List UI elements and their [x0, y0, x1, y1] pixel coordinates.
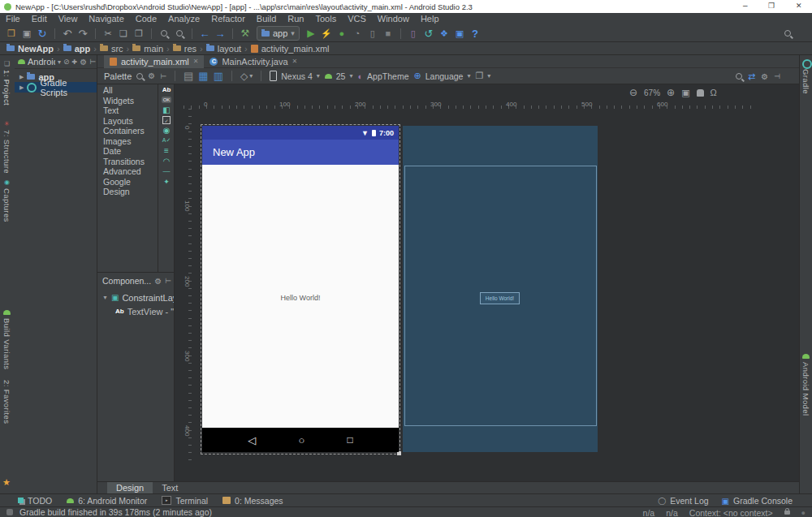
- status-message[interactable]: Gradle build finished in 39s 178ms (2 mi…: [19, 507, 212, 517]
- forward-icon[interactable]: →: [214, 26, 227, 41]
- tab-design-mode[interactable]: Design: [107, 482, 153, 494]
- blueprint-preview[interactable]: Hello World!: [403, 126, 598, 452]
- zoom-in-icon[interactable]: ⊕: [667, 87, 675, 98]
- device-selector[interactable]: Nexus 4 ▾: [270, 71, 320, 81]
- breadcrumb-item-main[interactable]: main: [132, 44, 163, 54]
- menu-vcs[interactable]: VCS: [342, 13, 372, 25]
- tool-button-structure[interactable]: 7: Structure: [2, 130, 11, 174]
- textview-widget-icon[interactable]: Ab: [158, 84, 175, 95]
- panel-settings-gear-icon[interactable]: ⚙: [80, 58, 87, 67]
- checkbox-widget-icon[interactable]: ✓: [158, 115, 175, 126]
- design-preview[interactable]: ▼ 7:00 New App Hello World! ◁ ○ □: [202, 126, 399, 452]
- tool-button-todo[interactable]: TODO: [18, 496, 52, 506]
- help-icon[interactable]: ?: [469, 26, 482, 41]
- menu-edit[interactable]: Edit: [26, 13, 53, 25]
- palette-search-icon[interactable]: [136, 71, 143, 81]
- progressbar-widget-icon[interactable]: ◠: [158, 156, 175, 166]
- expander-icon[interactable]: ▶: [19, 74, 24, 80]
- find-in-path-icon[interactable]: [173, 26, 186, 41]
- tool-button-gradle[interactable]: Gradle: [801, 69, 810, 94]
- lock-icon[interactable]: [784, 511, 790, 515]
- palette-category-layouts[interactable]: Layouts: [97, 116, 157, 127]
- design-mode-icon[interactable]: ▤: [184, 70, 193, 82]
- quickcontactbadge-widget-icon[interactable]: ✦: [158, 176, 175, 187]
- hide-editor-icon[interactable]: ⊣: [774, 72, 780, 80]
- menu-window[interactable]: Window: [372, 13, 415, 25]
- tab-mainactivity-java[interactable]: C MainActivity.java ✕: [204, 55, 303, 68]
- palette-settings-gear-icon[interactable]: ⚙: [148, 71, 155, 80]
- blueprint-mode-icon[interactable]: ▦: [198, 70, 208, 82]
- cut-icon[interactable]: ✂: [102, 26, 114, 41]
- undo-icon[interactable]: ↶: [61, 26, 74, 41]
- menu-navigate[interactable]: Navigate: [83, 13, 129, 25]
- both-mode-icon[interactable]: ▥: [214, 70, 223, 82]
- breadcrumb-item-newapp[interactable]: NewApp: [6, 44, 54, 54]
- spinner-widget-icon[interactable]: ≡: [158, 146, 175, 157]
- project-tree-item-gradle-scripts[interactable]: ▶ Gradle Scripts: [15, 82, 97, 93]
- switch-editor-icon[interactable]: ⇄: [748, 71, 755, 82]
- breadcrumb-item-app[interactable]: app: [63, 44, 91, 54]
- seekbar-widget-icon[interactable]: —: [158, 166, 175, 177]
- project-view-selector[interactable]: Android: [28, 57, 55, 67]
- tool-button-favorites[interactable]: 2: Favorites: [2, 380, 11, 424]
- menu-file[interactable]: File: [0, 13, 26, 25]
- favorites-star-icon[interactable]: ★: [2, 477, 11, 488]
- palette-category-design[interactable]: Design: [97, 187, 157, 197]
- tool-button-android-monitor[interactable]: 6: Android Monitor: [67, 496, 147, 506]
- language-selector[interactable]: ⊕ Language ▾: [413, 71, 470, 81]
- editor-search-icon[interactable]: [736, 71, 742, 81]
- copy-icon[interactable]: ❏: [117, 26, 130, 41]
- tree-settings-gear-icon[interactable]: ⚙: [154, 277, 162, 286]
- theme-selector[interactable]: ◐ AppTheme: [357, 71, 408, 81]
- palette-category-google[interactable]: Google: [97, 177, 157, 187]
- redo-icon[interactable]: ↷: [76, 26, 89, 41]
- background-task-icon[interactable]: ●: [801, 509, 806, 517]
- save-all-icon[interactable]: ▣: [20, 26, 33, 41]
- sync-icon[interactable]: ↻: [36, 26, 49, 41]
- tree-item-textview[interactable]: Ab TextView - ": [97, 306, 174, 317]
- blueprint-hello-world-textview[interactable]: Hello World!: [480, 292, 520, 304]
- menu-help[interactable]: Help: [415, 13, 445, 25]
- palette-category-widgets[interactable]: Widgets: [97, 96, 157, 106]
- hide-palette-icon[interactable]: ⊢: [160, 72, 166, 80]
- tool-button-captures[interactable]: Captures: [2, 188, 11, 222]
- togglebutton-widget-icon[interactable]: ◧: [158, 105, 175, 115]
- status-line-position[interactable]: n/a: [643, 508, 655, 517]
- avd-manager-icon[interactable]: ▯: [407, 26, 420, 41]
- tool-button-android-model[interactable]: Android Model: [801, 362, 810, 416]
- palette-category-images[interactable]: Images: [97, 136, 157, 147]
- layout-variant-selector[interactable]: ❐ ▾: [475, 71, 490, 81]
- search-icon[interactable]: [158, 26, 171, 41]
- close-tab-icon[interactable]: ✕: [193, 58, 199, 65]
- make-project-icon[interactable]: ⚒: [239, 26, 252, 41]
- palette-category-text[interactable]: Text: [97, 106, 157, 116]
- design-surface[interactable]: ⊖ 67% ⊕ ▣ Ω 0 100 200 300 400 500 600 0 …: [174, 84, 799, 481]
- editor-settings-gear-icon[interactable]: ⚙: [761, 72, 768, 81]
- zoom-fit-icon[interactable]: ▣: [681, 88, 689, 98]
- back-icon[interactable]: ←: [198, 26, 211, 41]
- minimize-button[interactable]: –: [743, 1, 748, 10]
- orientation-icon[interactable]: ◇: [240, 71, 248, 82]
- menu-run[interactable]: Run: [282, 13, 309, 25]
- toggle-toolwindows-icon[interactable]: [6, 509, 13, 515]
- close-tab-icon[interactable]: ✕: [292, 58, 298, 65]
- phone-content[interactable]: Hello World!: [202, 165, 399, 428]
- tool-button-event-log[interactable]: ◯Event Log: [658, 496, 708, 506]
- notifications-bell-icon[interactable]: Ω: [710, 88, 717, 97]
- stop-icon[interactable]: ■: [382, 26, 395, 41]
- run-icon[interactable]: ▶: [304, 26, 317, 41]
- pan-icon[interactable]: [697, 89, 704, 97]
- design-hello-world-textview[interactable]: Hello World!: [202, 294, 399, 302]
- palette-category-transitions[interactable]: Transitions: [97, 157, 157, 167]
- close-button[interactable]: ✕: [796, 2, 802, 10]
- locate-file-icon[interactable]: ⊘: [63, 58, 70, 66]
- profile-icon[interactable]: ◔: [351, 26, 364, 41]
- tab-text-mode[interactable]: Text: [153, 482, 187, 494]
- breadcrumb-item-layout[interactable]: layout: [206, 44, 241, 54]
- menu-analyze[interactable]: Analyze: [162, 13, 205, 25]
- instant-run-icon[interactable]: ⚡: [320, 26, 333, 41]
- zoom-out-icon[interactable]: ⊖: [629, 87, 637, 98]
- palette-category-containers[interactable]: Containers: [97, 126, 157, 136]
- project-structure-icon[interactable]: ▣: [453, 26, 466, 41]
- breadcrumb-item-src[interactable]: src: [100, 44, 123, 54]
